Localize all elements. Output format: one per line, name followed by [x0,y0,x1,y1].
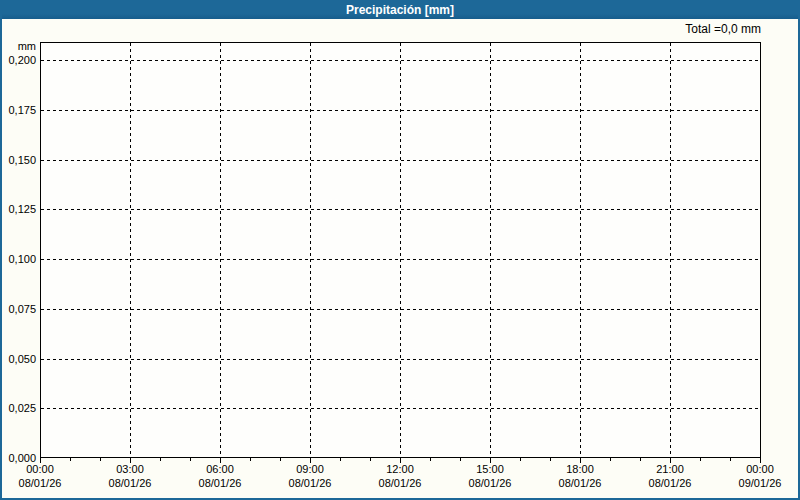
y-tick-label: 0,050 [2,352,36,366]
y-tick-label: 0,075 [2,302,36,316]
x-minor-tick [340,458,341,461]
chart-window: Precipitación [mm] Total =0,0 mm mm 0,20… [0,0,800,500]
x-minor-tick [160,458,161,461]
y-tick-label: 0,025 [2,401,36,415]
y-tick-label: 0,175 [2,103,36,117]
y-tick-label: 0,200 [2,53,36,67]
total-value-label: Total =0,0 mm [685,22,761,36]
x-time-label: 00:00 [728,463,792,476]
vertical-gridline [400,43,401,457]
y-tick-label: 0,150 [2,153,36,167]
x-minor-tick [70,458,71,461]
x-minor-tick [700,458,701,461]
x-minor-tick [610,458,611,461]
x-minor-tick [370,458,371,461]
vertical-gridline [130,43,131,457]
x-date-label: 09/01/26 [728,477,792,490]
x-minor-tick [730,458,731,461]
x-minor-tick [250,458,251,461]
x-date-label: 08/01/26 [368,477,432,490]
x-time-label: 09:00 [278,463,342,476]
y-tick-label: 0,100 [2,252,36,266]
x-time-label: 21:00 [638,463,702,476]
x-time-label: 00:00 [8,463,72,476]
x-date-label: 08/01/26 [98,477,162,490]
plot-area [40,42,761,458]
chart-title: Precipitación [mm] [346,2,454,19]
x-time-label: 03:00 [98,463,162,476]
vertical-gridline [490,43,491,457]
x-minor-tick [430,458,431,461]
x-date-label: 08/01/26 [458,477,522,490]
x-minor-tick [280,458,281,461]
x-minor-tick [190,458,191,461]
x-date-label: 08/01/26 [548,477,612,490]
y-axis-unit-label: mm [2,40,36,53]
x-time-label: 18:00 [548,463,612,476]
x-time-label: 15:00 [458,463,522,476]
vertical-gridline [310,43,311,457]
x-minor-tick [550,458,551,461]
x-minor-tick [520,458,521,461]
x-date-label: 08/01/26 [188,477,252,490]
vertical-gridline [670,43,671,457]
vertical-gridline [220,43,221,457]
x-time-label: 12:00 [368,463,432,476]
x-minor-tick [100,458,101,461]
x-minor-tick [460,458,461,461]
y-tick-label: 0,125 [2,202,36,216]
x-date-label: 08/01/26 [278,477,342,490]
x-time-label: 06:00 [188,463,252,476]
x-date-label: 08/01/26 [8,477,72,490]
x-minor-tick [640,458,641,461]
x-date-label: 08/01/26 [638,477,702,490]
titlebar: Precipitación [mm] [2,2,798,19]
vertical-gridline [580,43,581,457]
